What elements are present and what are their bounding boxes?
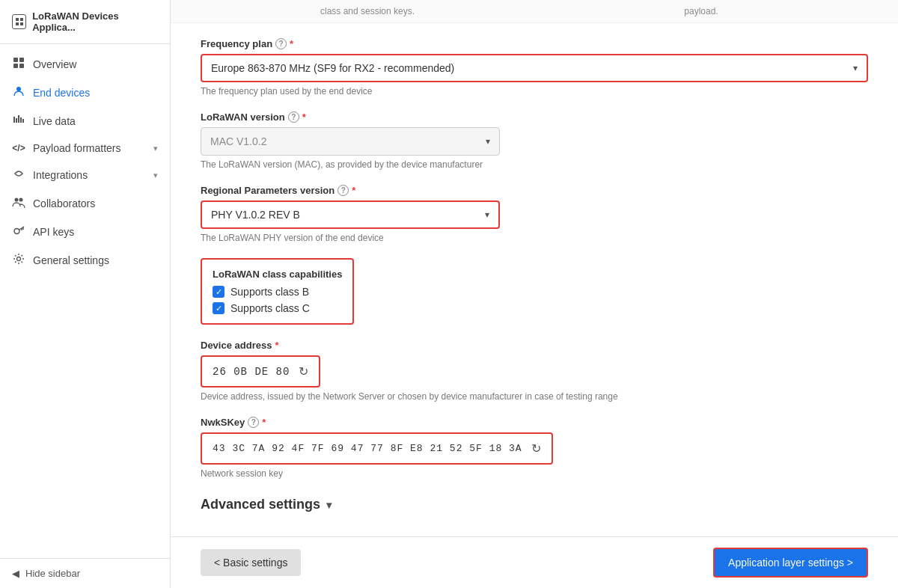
- lorawan-class-title: LoRaWAN class capabilities: [213, 269, 342, 280]
- regional-params-help-icon[interactable]: ?: [337, 185, 349, 196]
- svg-rect-7: [19, 64, 24, 68]
- sidebar-item-integrations-label: Integrations: [33, 169, 88, 181]
- frequency-plan-select[interactable]: Europe 863-870 MHz (SF9 for RX2 - recomm…: [201, 54, 868, 82]
- svg-rect-3: [20, 22, 23, 25]
- svg-rect-5: [19, 58, 24, 62]
- app-icon: [12, 14, 26, 29]
- nwkskey-hint: Network session key: [201, 468, 868, 479]
- device-address-refresh-icon[interactable]: ↻: [299, 364, 308, 379]
- svg-rect-10: [16, 118, 17, 123]
- svg-rect-11: [18, 115, 19, 123]
- svg-rect-13: [22, 119, 24, 123]
- lorawan-version-help-icon[interactable]: ?: [288, 111, 299, 123]
- sidebar-item-overview-label: Overview: [33, 58, 76, 70]
- nwkskey-value: 43 3C 7A 92 4F 7F 69 47 77 8F E8 21 52 5…: [213, 443, 522, 454]
- nwkskey-help-icon[interactable]: ?: [248, 417, 259, 428]
- sidebar-item-end-devices-label: End devices: [33, 87, 90, 99]
- sidebar-item-end-devices[interactable]: End devices: [0, 79, 170, 107]
- form-content: Frequency plan ? * Europe 863-870 MHz (S…: [171, 23, 898, 536]
- nwkskey-box: 43 3C 7A 92 4F 7F 69 47 77 8F E8 21 52 5…: [201, 432, 553, 465]
- device-address-section: Device address * 26 0B DE 80 ↻ Device ad…: [201, 340, 868, 402]
- regional-params-select[interactable]: PHY V1.0.2 REV B ▾: [201, 200, 500, 229]
- sidebar-header: LoRaWAN Devices Applica...: [0, 0, 170, 44]
- live-data-icon: [12, 114, 25, 129]
- regional-params-value: PHY V1.0.2 REV B: [211, 209, 300, 221]
- sidebar-item-payload-formatters[interactable]: </> Payload formatters ▾: [0, 135, 170, 161]
- sidebar-item-collaborators[interactable]: Collaborators: [0, 189, 170, 218]
- svg-point-8: [16, 87, 21, 91]
- advanced-settings-toggle[interactable]: Advanced settings ▾: [201, 497, 868, 512]
- lorawan-version-section: LoRaWAN version ? * MAC V1.0.2 ▾ The LoR…: [201, 111, 868, 170]
- svg-point-14: [15, 198, 19, 202]
- back-button[interactable]: < Basic settings: [201, 549, 301, 576]
- sidebar-item-integrations[interactable]: Integrations ▾: [0, 161, 170, 189]
- supports-class-b-label: Supports class B: [230, 286, 309, 298]
- integrations-icon: [12, 168, 25, 183]
- sidebar-item-api-keys-label: API keys: [33, 226, 74, 238]
- device-address-required: *: [275, 340, 278, 351]
- svg-rect-4: [13, 58, 18, 62]
- sidebar-item-overview[interactable]: Overview: [0, 50, 170, 79]
- integrations-chevron: ▾: [153, 171, 158, 180]
- svg-rect-2: [16, 22, 19, 25]
- svg-rect-9: [13, 117, 15, 123]
- lorawan-version-hint: The LoRaWAN version (MAC), as provided b…: [201, 159, 868, 170]
- general-settings-icon: [12, 253, 25, 268]
- sidebar-nav: Overview End devices Live data </> Paylo…: [0, 44, 170, 558]
- frequency-plan-help-icon[interactable]: ?: [275, 38, 287, 49]
- device-address-value: 26 0B DE 80: [213, 366, 290, 378]
- regional-params-label: Regional Parameters version ? *: [201, 185, 868, 196]
- end-devices-icon: [12, 85, 25, 100]
- lorawan-version-required: *: [302, 111, 306, 123]
- svg-rect-0: [16, 18, 19, 21]
- nwkskey-section: NwkSKey ? * 43 3C 7A 92 4F 7F 69 47 77 8…: [201, 417, 868, 479]
- frequency-plan-chevron-icon: ▾: [853, 63, 858, 73]
- top-bar-item-2: payload.: [534, 6, 868, 16]
- payload-formatters-icon: </>: [12, 143, 25, 153]
- sidebar-item-payload-formatters-label: Payload formatters: [33, 142, 121, 154]
- top-bar-item-1: class and session keys.: [201, 6, 534, 16]
- svg-point-15: [19, 198, 23, 202]
- advanced-settings-chevron-icon: ▾: [326, 499, 332, 511]
- sidebar-item-live-data-label: Live data: [33, 115, 76, 127]
- lorawan-version-select[interactable]: MAC V1.0.2 ▾: [201, 127, 500, 156]
- lorawan-version-value: MAC V1.0.2: [210, 135, 266, 147]
- bottom-navigation: < Basic settings Application layer setti…: [171, 536, 898, 588]
- supports-class-b-item: ✓ Supports class B: [213, 286, 342, 298]
- supports-class-b-checkbox[interactable]: ✓: [213, 286, 224, 298]
- svg-point-20: [17, 257, 21, 261]
- hide-sidebar-arrow-icon: ◀: [12, 568, 19, 579]
- main-content: class and session keys. payload. Frequen…: [171, 0, 898, 588]
- frequency-plan-hint: The frequency plan used by the end devic…: [201, 86, 868, 97]
- regional-params-hint: The LoRaWAN PHY version of the end devic…: [201, 233, 868, 243]
- lorawan-class-box: LoRaWAN class capabilities ✓ Supports cl…: [201, 258, 354, 325]
- frequency-plan-required: *: [290, 38, 293, 49]
- hide-sidebar-label: Hide sidebar: [25, 568, 80, 579]
- sidebar-item-general-settings[interactable]: General settings: [0, 246, 170, 275]
- nwkskey-label: NwkSKey ? *: [201, 417, 868, 428]
- nwkskey-required: *: [262, 417, 266, 428]
- frequency-plan-section: Frequency plan ? * Europe 863-870 MHz (S…: [201, 38, 868, 97]
- frequency-plan-value: Europe 863-870 MHz (SF9 for RX2 - recomm…: [211, 62, 454, 74]
- device-address-label: Device address *: [201, 340, 868, 351]
- sidebar-item-api-keys[interactable]: API keys: [0, 218, 170, 246]
- sidebar-item-general-settings-label: General settings: [33, 254, 109, 266]
- overview-icon: [12, 57, 25, 72]
- device-address-box: 26 0B DE 80 ↻: [201, 355, 320, 388]
- regional-params-section: Regional Parameters version ? * PHY V1.0…: [201, 185, 868, 243]
- app-title: LoRaWAN Devices Applica...: [32, 10, 158, 33]
- regional-params-required: *: [352, 185, 355, 196]
- svg-point-16: [14, 229, 19, 234]
- sidebar: LoRaWAN Devices Applica... Overview End …: [0, 0, 171, 588]
- nwkskey-refresh-icon[interactable]: ↻: [531, 441, 541, 456]
- collaborators-icon: [12, 196, 25, 211]
- hide-sidebar-button[interactable]: ◀ Hide sidebar: [0, 558, 170, 588]
- api-keys-icon: [12, 224, 25, 239]
- supports-class-c-checkbox[interactable]: ✓: [213, 302, 224, 314]
- sidebar-item-live-data[interactable]: Live data: [0, 107, 170, 135]
- supports-class-c-item: ✓ Supports class C: [213, 302, 342, 314]
- lorawan-version-label: LoRaWAN version ? *: [201, 111, 868, 123]
- svg-rect-6: [13, 64, 18, 68]
- next-button[interactable]: Application layer settings >: [713, 548, 868, 578]
- frequency-plan-label: Frequency plan ? *: [201, 38, 868, 49]
